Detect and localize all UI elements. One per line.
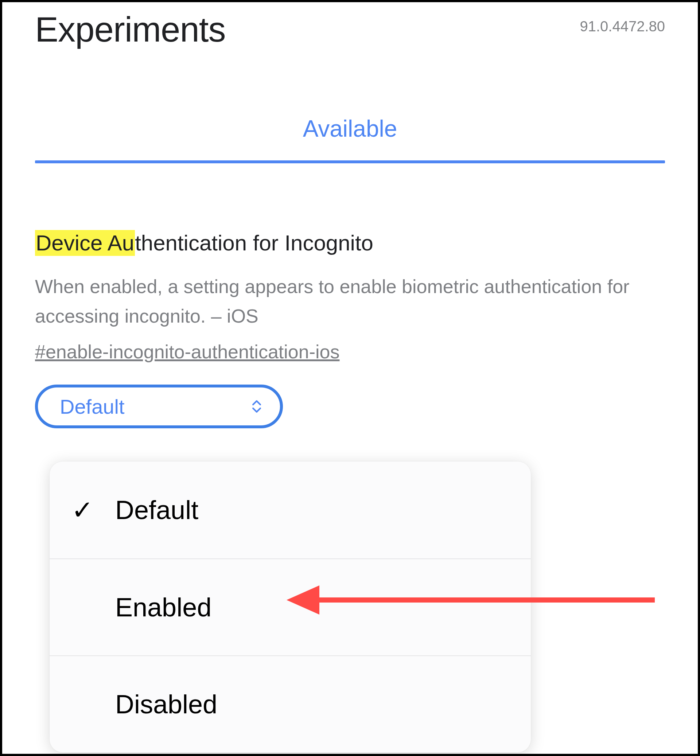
- experiment-item: Device Authentication for Incognito When…: [2, 229, 698, 428]
- dropdown-option-label: Disabled: [115, 689, 217, 719]
- flag-state-dropdown[interactable]: Default: [35, 384, 283, 428]
- dropdown-option-disabled[interactable]: Disabled: [50, 655, 531, 752]
- checkmark-icon: ✓: [72, 495, 93, 525]
- page-title: Experiments: [35, 9, 226, 50]
- tab-available[interactable]: Available: [35, 115, 665, 160]
- experiment-title: Device Authentication for Incognito: [35, 229, 665, 257]
- chevron-updown-icon: [252, 400, 262, 413]
- experiment-hash-link[interactable]: #enable-incognito-authentication-ios: [35, 341, 339, 363]
- dropdown-option-enabled[interactable]: Enabled: [50, 558, 531, 655]
- dropdown-option-label: Default: [115, 495, 198, 525]
- tab-bar: Available: [2, 115, 698, 163]
- experiment-description: When enabled, a setting appears to enabl…: [35, 272, 665, 331]
- version-label: 91.0.4472.80: [580, 18, 665, 34]
- tab-underline: [35, 160, 665, 163]
- search-highlight: Device Au: [35, 230, 135, 256]
- dropdown-selected-label: Default: [60, 395, 124, 419]
- experiment-title-rest: thentication for Incognito: [135, 231, 373, 255]
- dropdown-option-default[interactable]: ✓ Default: [50, 461, 531, 558]
- checkmark-column: ✓: [72, 495, 115, 525]
- header: Experiments 91.0.4472.80: [2, 2, 698, 50]
- dropdown-option-label: Enabled: [115, 592, 211, 622]
- dropdown-popup: ✓ Default Enabled Disabled: [50, 461, 531, 752]
- content-area: Experiments 91.0.4472.80 Available Devic…: [2, 2, 698, 754]
- window-frame: Experiments 91.0.4472.80 Available Devic…: [0, 0, 700, 756]
